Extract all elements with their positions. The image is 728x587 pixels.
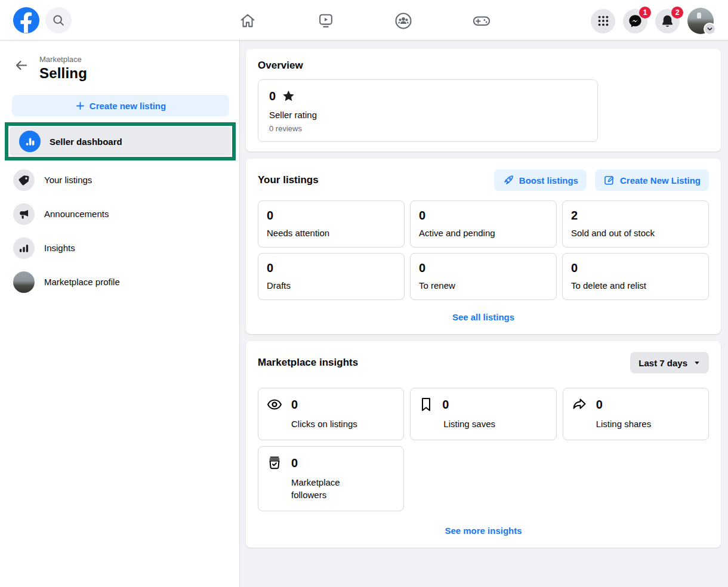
sidebar-item-your-listings[interactable]: Your listings [0, 163, 239, 197]
seller-dashboard-content: Overview 0 Seller rating 0 reviews Your … [240, 41, 728, 587]
groups-tab[interactable] [384, 11, 422, 30]
date-range-dropdown[interactable]: Last 7 days [630, 352, 709, 373]
reviews-count: 0 reviews [269, 124, 588, 133]
home-tab[interactable] [229, 11, 267, 30]
insight-marketplace-followers: 0 Marketplace followers [258, 446, 404, 511]
marketplace-insights-card: Marketplace insights Last 7 days [246, 341, 721, 548]
bookmark-icon [419, 397, 433, 412]
top-navigation-bar: 1 2 [0, 0, 728, 41]
see-all-listings-link[interactable]: See all listings [452, 312, 514, 322]
date-range-label: Last 7 days [638, 358, 687, 368]
menu-button[interactable] [591, 9, 615, 33]
overview-card: Overview 0 Seller rating 0 reviews [246, 49, 721, 152]
back-arrow-icon [14, 58, 29, 73]
sidebar-item-label: Seller dashboard [50, 137, 122, 147]
tile-value: 0 [571, 261, 700, 275]
tile-value: 0 [267, 209, 396, 223]
megaphone-icon [13, 203, 35, 225]
tile-sold-and-out-of-stock[interactable]: 2 Sold and out of stock [562, 200, 709, 248]
followers-icon [267, 455, 282, 471]
notifications-badge: 2 [671, 7, 683, 18]
search-icon [52, 14, 65, 27]
sidebar-item-insights[interactable]: Insights [0, 231, 239, 265]
watch-tab[interactable] [307, 11, 345, 30]
seller-rating-value: 0 [269, 89, 276, 103]
seller-rating-label: Seller rating [269, 110, 588, 120]
sidebar-item-label: Announcements [44, 209, 109, 219]
annotation-highlight: Seller dashboard [5, 122, 236, 160]
insights-title: Marketplace insights [258, 357, 358, 369]
insights-chart-icon [13, 237, 35, 259]
sidebar-item-label: Insights [44, 243, 75, 253]
messenger-badge: 1 [639, 7, 651, 18]
main-nav [229, 11, 501, 30]
insight-clicks-on-listings: 0 Clicks on listings [258, 388, 404, 440]
account-menu-button[interactable] [687, 8, 714, 34]
see-more-insights-link[interactable]: See more insights [445, 526, 522, 536]
profile-avatar [13, 271, 35, 293]
tile-label: Drafts [267, 280, 396, 291]
messenger-button[interactable]: 1 [623, 9, 647, 33]
create-new-listing-label: Create new listing [90, 101, 166, 111]
create-new-listing-main-label: Create New Listing [620, 175, 701, 186]
search-button[interactable] [45, 7, 72, 33]
share-icon [572, 397, 587, 412]
insight-value: 0 [442, 398, 449, 412]
insight-label: Listing saves [443, 418, 525, 430]
plus-icon [75, 101, 85, 111]
grid-menu-icon [597, 14, 610, 27]
tile-value: 0 [419, 209, 548, 223]
sidebar-item-seller-dashboard[interactable]: Seller dashboard [10, 127, 231, 156]
sidebar-item-label: Marketplace profile [44, 277, 120, 287]
tile-label: To delete and relist [571, 280, 700, 291]
marketplace-sidebar: Marketplace Selling Create new listing [0, 41, 240, 587]
tile-value: 0 [419, 261, 548, 275]
insight-value: 0 [291, 456, 298, 470]
insight-label: Listing shares [596, 418, 677, 430]
insight-label: Clicks on listings [291, 418, 372, 430]
boost-listings-label: Boost listings [519, 175, 578, 186]
home-icon [239, 12, 257, 30]
sidebar-item-label: Your listings [44, 175, 92, 185]
tag-icon [13, 169, 35, 191]
star-icon [282, 89, 295, 103]
sidebar-item-announcements[interactable]: Announcements [0, 197, 239, 231]
groups-icon [394, 12, 412, 30]
tile-value: 0 [267, 261, 396, 275]
rocket-icon [502, 174, 514, 186]
your-listings-title: Your listings [258, 174, 319, 186]
tile-to-delete-and-relist[interactable]: 0 To delete and relist [562, 253, 709, 300]
insight-value: 0 [596, 398, 603, 412]
seller-rating-card: 0 Seller rating 0 reviews [258, 79, 598, 142]
watch-icon [317, 12, 335, 30]
page-title: Selling [39, 65, 87, 82]
insight-listing-saves: 0 Listing saves [410, 388, 556, 440]
tile-to-renew[interactable]: 0 To renew [410, 253, 557, 300]
compose-icon [603, 174, 615, 186]
tile-drafts[interactable]: 0 Drafts [258, 253, 405, 300]
gaming-icon [472, 11, 491, 30]
sidebar-item-marketplace-profile[interactable]: Marketplace profile [0, 265, 239, 299]
tile-label: Active and pending [419, 228, 548, 238]
caret-down-icon [693, 359, 701, 366]
facebook-logo[interactable] [13, 7, 39, 33]
tile-label: Needs attention [267, 228, 396, 238]
insight-value: 0 [291, 398, 298, 412]
back-button[interactable] [14, 58, 29, 73]
chevron-down-icon [704, 23, 716, 35]
seller-dashboard-icon [19, 131, 41, 152]
breadcrumb: Marketplace [39, 55, 87, 64]
create-new-listing-button[interactable]: Create new listing [12, 95, 229, 116]
notifications-button[interactable]: 2 [655, 9, 680, 33]
tile-value: 2 [571, 209, 700, 223]
facebook-logo-icon [13, 7, 39, 33]
eye-icon [267, 397, 282, 412]
gaming-tab[interactable] [462, 11, 501, 30]
tile-active-and-pending[interactable]: 0 Active and pending [410, 200, 557, 248]
boost-listings-button[interactable]: Boost listings [494, 169, 587, 191]
overview-title: Overview [258, 60, 709, 72]
insight-label: Marketplace followers [291, 476, 372, 501]
tile-label: To renew [419, 280, 548, 291]
tile-needs-attention[interactable]: 0 Needs attention [258, 200, 405, 248]
create-new-listing-button-main[interactable]: Create New Listing [595, 169, 709, 191]
